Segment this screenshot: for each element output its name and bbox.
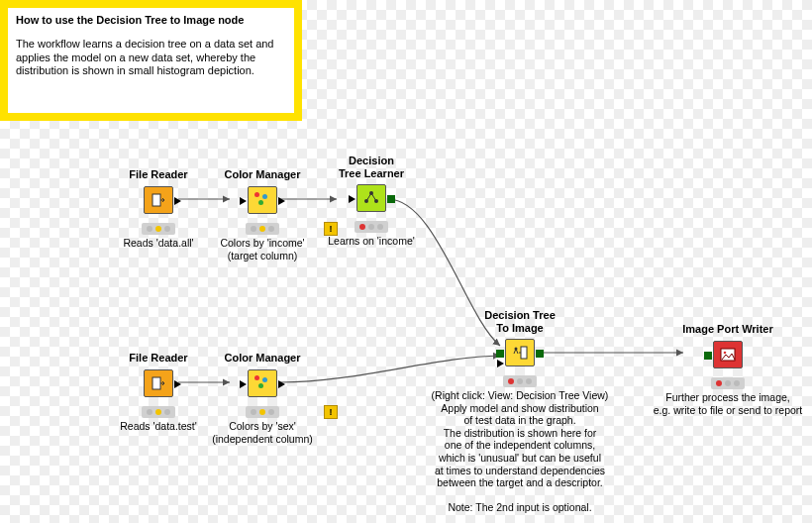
- status-lights: [142, 406, 175, 418]
- node-desc: (Right click: View: Decision Tree View) …: [416, 389, 624, 514]
- node-title: Decision Tree To Image: [416, 309, 624, 335]
- node-title: Decision Tree Learner: [312, 155, 431, 180]
- svg-rect-4: [152, 377, 160, 389]
- file-reader-icon: [144, 186, 173, 214]
- annotation-note[interactable]: How to use the Decision Tree to Image no…: [0, 0, 302, 121]
- node-file-reader-1[interactable]: File Reader Reads 'data.all': [99, 168, 218, 250]
- node-title: Color Manager: [203, 168, 322, 182]
- warning-icon: !: [324, 405, 338, 419]
- node-desc: Further process the image, e.g. write to…: [644, 391, 812, 416]
- node-file-reader-2[interactable]: File Reader Reads 'data.test': [99, 352, 218, 433]
- status-lights: [711, 377, 745, 389]
- node-image-port-writer[interactable]: Image Port Writer Further process the im…: [644, 323, 812, 416]
- node-desc: Learns on 'income': [312, 235, 431, 248]
- node-desc: Colors by 'sex' (independent column): [203, 420, 322, 445]
- status-lights: [246, 406, 279, 418]
- svg-rect-5: [521, 347, 527, 359]
- file-reader-icon: [144, 369, 173, 397]
- svg-point-8: [724, 352, 727, 355]
- node-desc: Colors by 'income' (target column): [203, 237, 322, 262]
- node-desc: Reads 'data.test': [99, 420, 218, 433]
- node-title: File Reader: [99, 168, 218, 182]
- node-color-manager-2[interactable]: Color Manager ! Colors by 'sex' (indepen…: [203, 352, 322, 445]
- annotation-title: How to use the Decision Tree to Image no…: [16, 14, 286, 28]
- color-manager-icon: [248, 369, 277, 397]
- node-decision-tree-learner[interactable]: Decision Tree Learner Learns on 'income': [312, 155, 431, 248]
- annotation-body: The workflow learns a decision tree on a…: [16, 38, 286, 78]
- node-color-manager-1[interactable]: Color Manager ! Colors by 'income' (targ…: [203, 168, 322, 262]
- node-title: Image Port Writer: [644, 323, 812, 337]
- node-title: File Reader: [99, 352, 218, 366]
- status-lights: [246, 223, 279, 235]
- color-manager-icon: [248, 186, 277, 214]
- node-decision-tree-to-image[interactable]: Decision Tree To Image (Right click: Vie…: [416, 309, 624, 514]
- svg-rect-0: [152, 194, 160, 206]
- status-lights: [142, 223, 175, 235]
- workflow-canvas[interactable]: How to use the Decision Tree to Image no…: [0, 0, 812, 523]
- node-desc: Reads 'data.all': [99, 237, 218, 250]
- tree-to-image-icon: [505, 339, 535, 366]
- image-writer-icon: [713, 341, 743, 368]
- tree-learner-icon: [356, 184, 386, 212]
- status-lights: [355, 221, 388, 233]
- node-title: Color Manager: [203, 352, 322, 366]
- status-lights: [503, 375, 537, 387]
